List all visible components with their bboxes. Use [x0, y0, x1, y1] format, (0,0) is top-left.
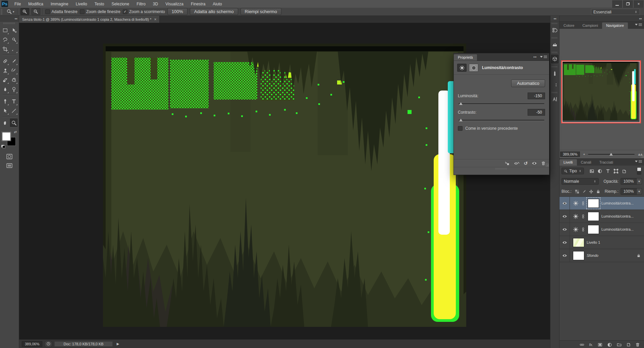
status-flyout-icon[interactable]: ▶ [115, 342, 121, 346]
mask-thumbnail[interactable] [588, 212, 599, 221]
new-layer-icon[interactable] [626, 342, 631, 347]
shape-tool[interactable] [9, 106, 18, 115]
brush-panel-button[interactable] [550, 68, 559, 78]
character-panel-button[interactable] [550, 94, 559, 104]
layers-panel-menu[interactable] [635, 160, 642, 163]
brush-tool[interactable] [9, 56, 18, 66]
navigator-zoom-slider[interactable] [588, 154, 635, 155]
quick-selection-tool[interactable] [9, 35, 18, 44]
dock-collapse-right[interactable]: ▸▸ [559, 16, 644, 21]
menu-immagine[interactable]: Immagine [47, 1, 72, 7]
tools-grip[interactable] [3, 22, 15, 24]
mask-link-icon[interactable] [581, 227, 585, 232]
restore-button[interactable] [623, 0, 633, 8]
tools-collapse[interactable]: ◂◂ [0, 16, 19, 21]
close-button[interactable]: × [633, 0, 644, 8]
brightness-slider[interactable] [459, 103, 544, 104]
swap-colors-icon[interactable]: ⇄ [14, 130, 17, 134]
opacity-value[interactable]: 100% [621, 178, 637, 185]
type-tool[interactable] [9, 97, 18, 106]
slider-thumb[interactable] [459, 102, 463, 105]
menu-finestra[interactable]: Finestra [187, 1, 209, 7]
tab-canali[interactable]: Canali [577, 159, 595, 166]
path-selection-tool[interactable] [1, 106, 9, 115]
tab-tracciati[interactable]: Tracciati [595, 159, 617, 166]
resize-grip[interactable] [545, 163, 549, 167]
menu-visualizza[interactable]: Visualizza [162, 1, 187, 7]
filter-shape-layers-icon[interactable] [613, 169, 619, 174]
reset-icon[interactable]: ↺ [524, 161, 528, 166]
current-tool-zoom[interactable]: ▾ [5, 8, 15, 15]
dodge-tool[interactable] [9, 84, 18, 94]
blur-tool[interactable] [1, 84, 9, 94]
brightness-value[interactable]: -150 [528, 93, 545, 99]
contrast-value[interactable]: -50 [528, 109, 545, 116]
options-grip[interactable] [1, 9, 2, 14]
dock-collapse[interactable]: ◂◂ [550, 16, 559, 21]
layer-thumbnail[interactable] [573, 238, 584, 247]
checkbox-adatta-finestre[interactable]: Adatta finestre [45, 9, 77, 14]
mask-link-icon[interactable] [581, 200, 585, 206]
default-colors-icon[interactable] [1, 145, 5, 148]
doc-size-info[interactable]: Doc: 178,0 KB/178,0 KB [54, 341, 112, 347]
timing-icon[interactable] [44, 341, 52, 347]
menu-3d[interactable]: 3D [149, 1, 162, 7]
properties-bottom-grip[interactable] [454, 167, 549, 170]
history-brush-tool[interactable] [9, 66, 18, 75]
crop-tool[interactable] [1, 44, 9, 54]
zoom-tool[interactable] [9, 118, 18, 127]
screen-mode-button[interactable] [6, 163, 13, 168]
visibility-toggle[interactable] [559, 249, 570, 262]
properties-panel-button[interactable] [550, 54, 559, 64]
filter-toggle[interactable] [637, 167, 641, 175]
tab-proprieta[interactable]: Proprietà [454, 54, 477, 61]
status-zoom-field[interactable]: 389,06% [22, 341, 42, 347]
adjustment-icon-button[interactable] [457, 64, 467, 72]
eyedropper-tool[interactable] [9, 44, 18, 54]
new-adjustment-layer-icon[interactable] [607, 342, 612, 347]
dock-grip[interactable] [552, 66, 558, 67]
lock-all-icon[interactable] [596, 189, 600, 194]
layer-row-livello-1[interactable]: Livello 1 [559, 236, 644, 249]
tab-colore[interactable]: Colore [559, 22, 578, 29]
history-panel-button[interactable] [550, 25, 559, 35]
zoom-100-button[interactable]: 100% [167, 8, 187, 15]
menu-filtro[interactable]: Filtro [133, 1, 149, 7]
menu-aiuto[interactable]: Aiuto [209, 1, 225, 7]
navigator-proxy-view[interactable] [561, 60, 641, 123]
menu-lines-icon[interactable] [544, 56, 547, 58]
visibility-toggle[interactable] [559, 210, 570, 223]
fit-screen-button[interactable]: Adatta allo schermo [190, 8, 238, 15]
visibility-toggle[interactable] [559, 197, 570, 210]
visibility-icon[interactable] [532, 161, 537, 165]
histogram-panel-button[interactable] [550, 40, 559, 50]
dock-grip[interactable] [552, 92, 558, 93]
layer-row-sfondo[interactable]: Sfondo [559, 249, 644, 262]
menu-livello[interactable]: Livello [72, 1, 91, 7]
pen-tool[interactable] [1, 97, 9, 106]
zoom-out-mountain-icon[interactable]: ▲ [583, 153, 585, 156]
collapse-panel-icon[interactable]: ▸▸ [534, 55, 537, 58]
fill-screen-button[interactable]: Riempi schermo [240, 8, 281, 15]
menu-modifica[interactable]: Modifica [24, 1, 47, 7]
lasso-tool[interactable] [1, 35, 9, 44]
delete-adjustment-icon[interactable] [541, 161, 546, 166]
mask-link-icon[interactable] [581, 214, 585, 219]
tab-livelli[interactable]: Livelli [559, 159, 577, 166]
menu-triangle-icon[interactable] [540, 56, 543, 58]
lock-transparency-icon[interactable] [575, 189, 579, 194]
clip-to-layer-icon[interactable] [504, 161, 510, 166]
brush-presets-panel-button[interactable] [550, 80, 559, 90]
visibility-toggle[interactable] [559, 223, 570, 236]
new-group-icon[interactable] [616, 342, 622, 347]
tab-campioni[interactable]: Campioni [578, 22, 602, 29]
checkbox-zoom-delle-finestre[interactable]: Zoom delle finestre [80, 9, 120, 14]
layer-row-adjustment-2[interactable]: Luminosità/contra... [559, 210, 644, 223]
lock-pixels-icon[interactable] [582, 189, 586, 194]
zoom-out-button[interactable] [32, 8, 40, 15]
auto-button[interactable]: Automatico [511, 79, 545, 87]
tab-close-icon[interactable]: × [154, 17, 156, 22]
menu-testo[interactable]: Testo [91, 1, 108, 7]
minimize-button[interactable] [612, 0, 623, 8]
eraser-tool[interactable] [1, 75, 9, 84]
